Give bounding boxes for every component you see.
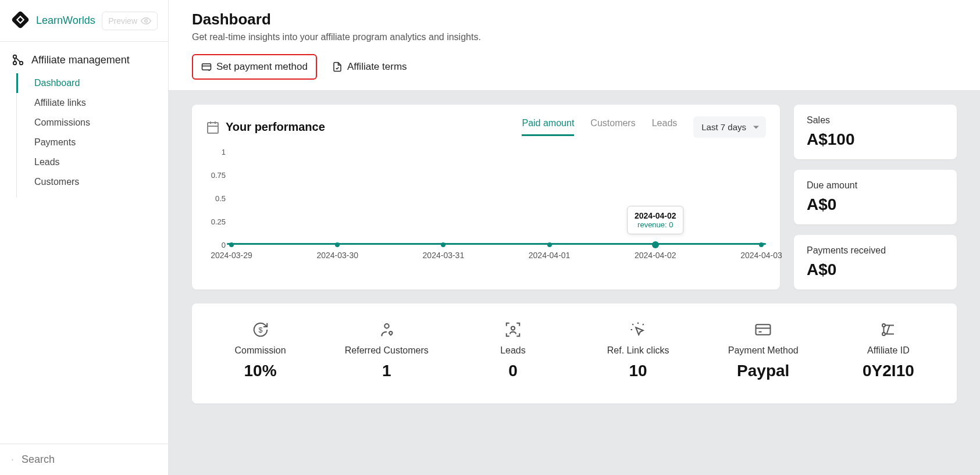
- summary-label: Referred Customers: [345, 345, 429, 356]
- x-tick: 2024-03-29: [211, 251, 252, 260]
- calendar-icon: [206, 120, 220, 134]
- date-range-value: Last 7 days: [693, 116, 766, 138]
- affiliate-terms-label: Affiliate terms: [347, 61, 407, 73]
- svg-rect-7: [208, 123, 218, 133]
- summary-label: Affiliate ID: [867, 345, 910, 356]
- summary-value: 0: [508, 362, 518, 380]
- svg-rect-6: [202, 64, 211, 70]
- section-title: Affiliate management: [31, 54, 130, 66]
- preview-button-label: Preview: [108, 16, 137, 26]
- svg-point-21: [882, 333, 885, 335]
- performance-card: Your performance Paid amount Customers L…: [192, 105, 780, 290]
- summary-row: $ Commission 10% Referred Customers 1 Le…: [192, 303, 957, 403]
- sidebar-search[interactable]: [0, 444, 168, 475]
- sidebar-item-customers[interactable]: Customers: [16, 172, 168, 192]
- page-header: Dashboard Get real-time insights into yo…: [169, 0, 980, 54]
- summary-value: 10%: [244, 362, 277, 380]
- metric-tab-customers[interactable]: Customers: [590, 118, 635, 136]
- payments-received-value: A$0: [807, 260, 944, 279]
- summary-value: 0Y2I10: [863, 362, 914, 380]
- y-tick: 1: [206, 148, 226, 156]
- search-icon: [12, 454, 13, 466]
- summary-label: Ref. Link clicks: [607, 345, 669, 356]
- affiliate-icon: [12, 53, 24, 66]
- main: Dashboard Get real-time insights into yo…: [169, 0, 980, 475]
- summary-payment-method: Payment Method Paypal: [722, 320, 804, 380]
- svg-point-4: [13, 62, 17, 65]
- y-tick: 0.5: [206, 194, 226, 203]
- svg-rect-17: [756, 324, 771, 335]
- sidebar: LearnWorlds Preview Affiliate management…: [0, 0, 169, 475]
- sidebar-item-label: Dashboard: [34, 78, 80, 88]
- svg-point-20: [882, 324, 885, 327]
- svg-point-16: [511, 326, 515, 330]
- sidebar-item-payments[interactable]: Payments: [16, 133, 168, 152]
- y-tick: 0.75: [206, 171, 226, 180]
- summary-leads: Leads 0: [472, 320, 554, 380]
- svg-point-5: [12, 459, 13, 460]
- svg-text:$: $: [258, 326, 262, 334]
- summary-referred-customers: Referred Customers 1: [345, 320, 429, 380]
- svg-point-15: [384, 324, 389, 328]
- date-range-select[interactable]: Last 7 days: [693, 116, 766, 138]
- sidebar-item-label: Commissions: [34, 117, 90, 127]
- preview-button[interactable]: Preview: [102, 12, 158, 30]
- summary-label: Payment Method: [728, 345, 799, 356]
- x-tick: 2024-04-02: [635, 251, 676, 260]
- sales-value: A$100: [807, 130, 944, 149]
- credit-card-icon: [201, 62, 212, 72]
- svg-point-2: [13, 55, 17, 59]
- performance-chart: 00.250.50.751 2024-04-02revenue: 0 2024-…: [206, 152, 766, 262]
- metric-tab-paid-amount[interactable]: Paid amount: [522, 118, 574, 136]
- search-input[interactable]: [22, 453, 156, 466]
- svg-point-1: [145, 19, 148, 22]
- brand-bar: LearnWorlds Preview: [0, 0, 168, 42]
- action-tabs: Set payment method Affiliate terms: [169, 54, 980, 91]
- sidebar-item-label: Affiliate links: [34, 98, 86, 108]
- section-head: Affiliate management: [0, 42, 168, 73]
- chart-tooltip: 2024-04-02revenue: 0: [627, 206, 684, 234]
- user-heart-icon: [377, 320, 397, 340]
- svg-rect-0: [11, 10, 30, 28]
- x-tick: 2024-03-31: [423, 251, 465, 260]
- summary-value: Paypal: [737, 362, 789, 380]
- page-subtitle: Get real-time insights into your affilia…: [192, 32, 957, 42]
- summary-label: Leads: [500, 345, 526, 356]
- summary-value: 10: [629, 362, 647, 380]
- set-payment-method-label: Set payment method: [216, 61, 308, 73]
- click-icon: [628, 320, 648, 340]
- brand-name: LearnWorlds: [36, 15, 95, 27]
- document-check-icon: [332, 62, 343, 72]
- brand-logo-icon: [10, 10, 30, 32]
- performance-title: Your performance: [226, 120, 325, 134]
- summary-ref-link-clicks: Ref. Link clicks 10: [597, 320, 679, 380]
- x-tick: 2024-04-01: [529, 251, 571, 260]
- sidebar-item-leads[interactable]: Leads: [16, 152, 168, 172]
- card-icon: [753, 320, 773, 340]
- sidebar-item-affiliate-links[interactable]: Affiliate links: [16, 93, 168, 113]
- metric-tab-leads[interactable]: Leads: [652, 118, 678, 136]
- x-tick: 2024-03-30: [316, 251, 358, 260]
- summary-commission: $ Commission 10%: [220, 320, 301, 380]
- payments-received-label: Payments received: [807, 245, 944, 256]
- due-amount-card: Due amount A$0: [794, 170, 957, 224]
- x-tick: 2024-04-03: [740, 251, 782, 260]
- affiliate-terms-button[interactable]: Affiliate terms: [323, 54, 416, 80]
- sidebar-item-label: Payments: [34, 137, 76, 147]
- summary-label: Commission: [235, 345, 286, 356]
- sales-label: Sales: [807, 115, 944, 126]
- page-title: Dashboard: [192, 10, 957, 28]
- sidebar-item-label: Leads: [34, 157, 60, 167]
- focus-user-icon: [503, 320, 523, 340]
- sales-card: Sales A$100: [794, 105, 957, 159]
- svg-point-3: [20, 62, 23, 65]
- sidebar-item-commissions[interactable]: Commissions: [16, 113, 168, 133]
- y-tick: 0.25: [206, 217, 226, 226]
- set-payment-method-button[interactable]: Set payment method: [192, 54, 317, 80]
- payments-received-card: Payments received A$0: [794, 235, 957, 290]
- sidebar-item-dashboard[interactable]: Dashboard: [16, 73, 168, 93]
- dashboard-content: Your performance Paid amount Customers L…: [169, 91, 980, 475]
- id-icon: [878, 320, 898, 340]
- refresh-dollar-icon: $: [251, 320, 270, 340]
- sidebar-item-label: Customers: [34, 177, 79, 187]
